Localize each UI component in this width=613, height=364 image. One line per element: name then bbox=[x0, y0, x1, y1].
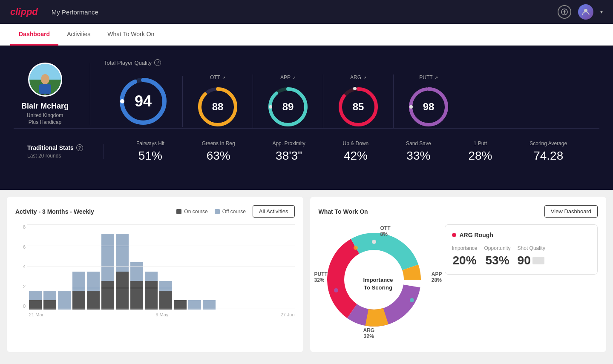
svg-rect-4 bbox=[41, 94, 44, 95]
bar-oncourse bbox=[174, 300, 187, 310]
scores-section: Total Player Quality ? 94 bbox=[90, 59, 599, 128]
bar-oncourse bbox=[159, 291, 172, 310]
main-score: 94 bbox=[104, 76, 183, 127]
bar-group bbox=[174, 300, 187, 310]
svg-point-2 bbox=[41, 74, 49, 84]
bar-oncourse bbox=[43, 300, 56, 310]
ott-score: OTT ↗ 88 bbox=[183, 75, 253, 128]
bar-group bbox=[101, 234, 114, 310]
add-button[interactable] bbox=[558, 5, 571, 19]
stats-bar: Traditional Stats ? Last 20 rounds Fairw… bbox=[14, 128, 599, 175]
legend-offcourse-dot bbox=[215, 209, 220, 214]
putt-donut-label: PUTT32% bbox=[314, 271, 328, 283]
arg-score: ARG ↗ 85 bbox=[323, 75, 394, 128]
svg-point-27 bbox=[334, 288, 338, 292]
view-dashboard-button[interactable]: View Dashboard bbox=[544, 205, 598, 218]
chart-legend: On course Off course bbox=[176, 209, 246, 215]
putt-value: 98 bbox=[423, 101, 435, 113]
bar-oncourse bbox=[116, 272, 129, 310]
arg-recommendation-card: ARG Rough Importance 20% Opportunity 53%… bbox=[445, 224, 598, 275]
header-right: ▾ bbox=[558, 4, 603, 20]
bar-group bbox=[159, 281, 172, 310]
putt-score: PUTT ↗ 98 bbox=[394, 75, 463, 128]
hero-top: Blair McHarg United Kingdom Plus Handica… bbox=[14, 59, 599, 128]
player-avatar bbox=[28, 63, 62, 97]
stat-proximity: App. Proximity 38'3" bbox=[272, 140, 305, 163]
tab-activities[interactable]: Activities bbox=[58, 24, 99, 46]
tab-what-to-work-on[interactable]: What To Work On bbox=[99, 24, 163, 46]
logo-text: clippd bbox=[10, 6, 38, 17]
total-quality-label: Total Player Quality ? bbox=[104, 59, 599, 66]
svg-point-8 bbox=[120, 99, 124, 103]
arg-importance: Importance 20% bbox=[452, 245, 478, 267]
arg-metrics: Importance 20% Opportunity 53% Shot Qual… bbox=[452, 245, 591, 267]
tab-dashboard[interactable]: Dashboard bbox=[10, 24, 58, 46]
work-title: What To Work On bbox=[319, 208, 368, 215]
header-title: My Performance bbox=[52, 9, 98, 16]
y-label-2: 2 bbox=[15, 284, 26, 289]
player-handicap: Plus Handicap bbox=[29, 119, 61, 125]
x-label-mar: 21 Mar bbox=[29, 312, 43, 317]
bar-group bbox=[130, 262, 143, 310]
app-donut-label: APP28% bbox=[432, 271, 442, 283]
player-name: Blair McHarg bbox=[21, 102, 69, 111]
svg-point-25 bbox=[372, 240, 376, 244]
arg-dot bbox=[452, 233, 456, 237]
svg-point-26 bbox=[410, 298, 414, 302]
stat-scoring: Scoring Average 74.28 bbox=[530, 140, 567, 163]
bar-offcourse bbox=[130, 262, 143, 281]
app-score: APP ↗ 89 bbox=[253, 75, 323, 128]
bar-group bbox=[87, 272, 100, 310]
stats-label: Traditional Stats ? bbox=[27, 144, 90, 151]
ott-donut-label: OTT8% bbox=[380, 225, 391, 237]
tab-bar: Dashboard Activities What To Work On bbox=[0, 24, 613, 46]
bar-group bbox=[43, 291, 56, 310]
y-label-0: 0 bbox=[15, 304, 26, 309]
svg-point-16 bbox=[353, 87, 357, 90]
bar-offcourse bbox=[72, 272, 85, 290]
x-label-jun: 27 Jun bbox=[280, 312, 294, 317]
shot-quality-badge bbox=[532, 257, 544, 264]
arg-card-title: ARG Rough bbox=[452, 232, 591, 238]
bar-oncourse bbox=[87, 291, 100, 310]
bar-offcourse bbox=[145, 272, 158, 281]
bar-oncourse bbox=[145, 281, 158, 310]
arg-value: 85 bbox=[353, 101, 364, 113]
y-label-8: 8 bbox=[15, 224, 26, 229]
avatar[interactable] bbox=[578, 4, 593, 20]
svg-point-19 bbox=[409, 105, 413, 109]
y-label-4: 4 bbox=[15, 264, 26, 269]
svg-rect-3 bbox=[39, 84, 51, 94]
svg-rect-5 bbox=[46, 94, 49, 95]
avatar-chevron: ▾ bbox=[600, 9, 603, 15]
svg-point-13 bbox=[269, 105, 272, 109]
logo: clippd My Performance bbox=[10, 6, 98, 17]
bar-group bbox=[203, 300, 216, 310]
player-country: United Kingdom bbox=[27, 112, 63, 118]
legend-oncourse-dot bbox=[176, 209, 181, 214]
arg-donut-label: ARG32% bbox=[363, 327, 375, 339]
bar-offcourse bbox=[188, 300, 201, 310]
bar-group bbox=[72, 272, 85, 310]
svg-point-28 bbox=[354, 246, 358, 250]
donut-chart: Importance To Scoring OTT8% APP28% ARG32… bbox=[319, 224, 438, 344]
bar-group bbox=[29, 291, 42, 310]
bar-offcourse bbox=[29, 291, 42, 300]
stat-fairways: Fairways Hit 51% bbox=[136, 140, 164, 163]
all-activities-button[interactable]: All Activities bbox=[253, 205, 295, 218]
main-score-value: 94 bbox=[135, 92, 152, 110]
bar-offcourse bbox=[116, 234, 129, 272]
stats-help-icon[interactable]: ? bbox=[76, 144, 83, 151]
help-icon[interactable]: ? bbox=[154, 59, 161, 66]
app-value: 89 bbox=[282, 101, 294, 113]
activity-card: Activity - 3 Months - Weekly On course O… bbox=[7, 197, 303, 352]
bar-group bbox=[188, 300, 201, 310]
bar-group bbox=[58, 291, 71, 310]
bar-group bbox=[116, 234, 129, 310]
y-label-6: 6 bbox=[15, 244, 26, 249]
bar-oncourse bbox=[130, 281, 143, 310]
work-card-header: What To Work On View Dashboard bbox=[319, 205, 598, 218]
legend-oncourse: On course bbox=[176, 209, 207, 215]
stats-items: Fairways Hit 51% Greens In Reg 63% App. … bbox=[104, 140, 586, 163]
player-info: Blair McHarg United Kingdom Plus Handica… bbox=[14, 63, 90, 125]
